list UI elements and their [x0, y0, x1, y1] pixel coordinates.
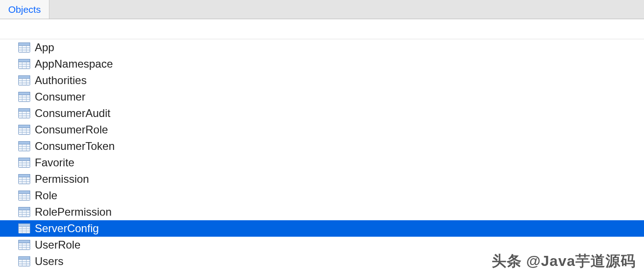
list-item[interactable]: App — [0, 39, 644, 56]
table-icon — [18, 240, 30, 250]
svg-rect-61 — [19, 207, 30, 210]
svg-rect-13 — [19, 76, 30, 79]
svg-rect-25 — [19, 109, 30, 111]
list-item-label: Permission — [35, 174, 89, 185]
list-item[interactable]: Permission — [0, 171, 644, 187]
svg-rect-79 — [19, 257, 30, 260]
svg-rect-49 — [19, 175, 30, 177]
list-item[interactable]: ConsumerAudit — [0, 105, 644, 122]
list-item-label: App — [35, 42, 54, 53]
list-item[interactable]: Authorities — [0, 72, 644, 89]
list-item[interactable]: Favorite — [0, 154, 644, 171]
list-item[interactable]: ConsumerToken — [0, 138, 644, 154]
list-item[interactable]: ConsumerRole — [0, 122, 644, 138]
tab-bar: Objects — [0, 0, 644, 19]
list-item-label: Consumer — [35, 91, 86, 102]
svg-rect-67 — [19, 224, 30, 227]
list-item-label: ConsumerToken — [35, 141, 115, 152]
list-item[interactable]: Users — [0, 253, 644, 270]
table-icon — [18, 59, 30, 69]
list-item[interactable]: ServerConfig — [0, 220, 644, 237]
toolbar-spacer — [0, 19, 644, 39]
table-icon — [18, 141, 30, 151]
list-item-label: Favorite — [35, 157, 75, 168]
svg-rect-7 — [19, 59, 30, 62]
svg-rect-31 — [19, 125, 30, 128]
table-icon — [18, 207, 30, 217]
table-icon — [18, 158, 30, 168]
list-item-label: UserRole — [35, 239, 80, 250]
tab-label: Objects — [8, 4, 41, 15]
svg-rect-55 — [19, 191, 30, 194]
list-item-label: RolePermission — [35, 207, 112, 218]
table-icon — [18, 108, 30, 118]
svg-rect-73 — [19, 240, 30, 243]
table-icon — [18, 256, 30, 266]
list-item-label: ConsumerAudit — [35, 108, 110, 119]
object-list: App AppNamespace Authorities Consumer Co… — [0, 39, 644, 270]
list-item-label: ServerConfig — [35, 223, 99, 234]
table-icon — [18, 191, 30, 201]
table-icon — [18, 92, 30, 102]
svg-rect-43 — [19, 158, 30, 161]
list-item[interactable]: RolePermission — [0, 204, 644, 220]
tab-objects[interactable]: Objects — [0, 0, 49, 19]
list-item[interactable]: Consumer — [0, 89, 644, 105]
list-item-label: ConsumerRole — [35, 124, 108, 135]
list-item[interactable]: UserRole — [0, 237, 644, 253]
svg-rect-37 — [19, 142, 30, 144]
table-icon — [18, 42, 30, 53]
list-item-label: Users — [35, 256, 64, 267]
list-item[interactable]: AppNamespace — [0, 56, 644, 72]
table-icon — [18, 125, 30, 135]
list-item-label: Role — [35, 190, 57, 201]
list-item-label: Authorities — [35, 75, 86, 86]
list-item[interactable]: Role — [0, 187, 644, 204]
table-icon — [18, 174, 30, 184]
list-item-label: AppNamespace — [35, 58, 113, 69]
table-icon — [18, 223, 30, 234]
table-icon — [18, 75, 30, 85]
svg-rect-1 — [19, 43, 30, 46]
svg-rect-19 — [19, 92, 30, 95]
